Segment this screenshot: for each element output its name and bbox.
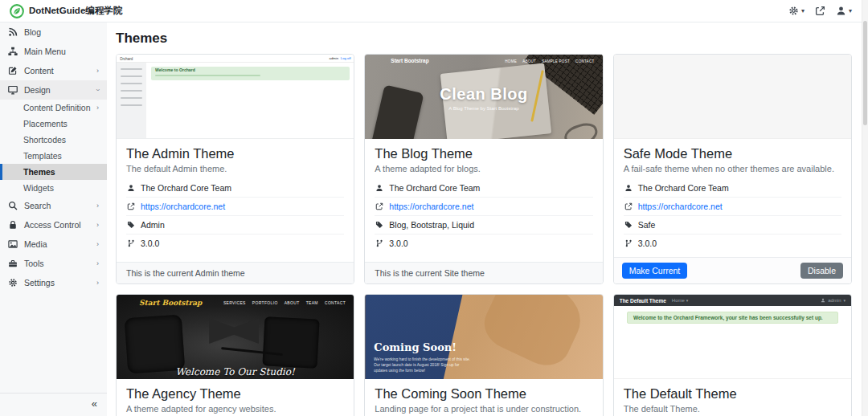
theme-url-link[interactable]: https://orchardcore.net: [638, 202, 723, 211]
caret-down-icon: ▾: [686, 298, 689, 303]
brand-name: DotNetGuide编程学院: [29, 5, 122, 17]
page-title: Themes: [116, 31, 852, 47]
admin-theme-preview: Orchard admin Log off Welcome to Orchard: [117, 55, 354, 139]
sidebar-item-content-definition[interactable]: Content Definition ›: [0, 100, 107, 116]
user-icon: [127, 184, 135, 192]
sidebar-item-tools[interactable]: Tools ›: [0, 254, 107, 273]
caret-down-icon: ▾: [801, 8, 805, 14]
theme-actions-footer: Make Current Disable: [614, 257, 851, 283]
page-scrollbar[interactable]: [862, 0, 868, 416]
theme-version-row: 3.0.0: [375, 234, 592, 252]
external-link-icon: [375, 202, 383, 210]
display-icon: [8, 85, 18, 95]
sidebar-item-media[interactable]: Media ›: [0, 235, 107, 254]
theme-description: A theme adapted for agency websites.: [126, 404, 344, 414]
gear-icon: [8, 278, 18, 288]
chevron-right-icon: ›: [96, 104, 99, 112]
leaf-logo-icon: [10, 4, 24, 18]
chevron-right-icon: ›: [96, 240, 99, 248]
image-icon: [8, 239, 18, 249]
theme-author-row: The Orchard Core Team: [624, 179, 841, 197]
theme-author-row: The Orchard Core Team: [126, 179, 344, 197]
lock-icon: [8, 220, 18, 230]
sidebar-item-access-control[interactable]: Access Control ›: [0, 215, 107, 235]
default-preview-alert: Welcome to the Orchard Framework, your s…: [627, 312, 838, 324]
brand[interactable]: DotNetGuide编程学院: [10, 4, 122, 18]
sidebar-item-themes[interactable]: Themes: [0, 164, 107, 180]
settings-dropdown-button[interactable]: ▾: [788, 6, 805, 16]
chevron-down-icon: ›: [94, 89, 102, 92]
coming-soon-theme-preview: Coming Soon! We're working hard to finis…: [365, 295, 602, 379]
blog-theme-preview: Start Bootstrap HOME ABOUT SAMPLE POST C…: [365, 55, 602, 139]
sidebar-item-blog[interactable]: Blog: [0, 22, 107, 42]
sidebar-item-search[interactable]: Search ›: [0, 196, 107, 215]
code-branch-icon: [375, 239, 383, 247]
theme-card-coming-soon: Coming Soon! We're working hard to finis…: [364, 294, 603, 416]
tags-icon: [375, 221, 383, 229]
code-branch-icon: [127, 239, 135, 247]
sidebar-item-settings[interactable]: Settings ›: [0, 273, 107, 292]
view-site-button[interactable]: [815, 6, 825, 16]
safe-mode-theme-preview: [614, 55, 851, 139]
user-dropdown-button[interactable]: ▾: [836, 6, 852, 16]
sidebar-item-widgets[interactable]: Widgets: [0, 180, 107, 196]
theme-title: The Default Theme: [624, 386, 841, 402]
agency-preview-heading: Welcome To Our Studio!: [117, 366, 354, 377]
tags-icon: [127, 221, 135, 229]
external-link-icon: [624, 202, 633, 210]
caret-down-icon: ▾: [843, 298, 845, 303]
search-icon: [8, 201, 18, 210]
chevron-right-icon: ›: [96, 221, 99, 229]
theme-card-safe-mode: Safe Mode Theme A fail-safe theme when n…: [613, 54, 852, 284]
chevron-right-icon: ›: [96, 259, 99, 267]
make-current-button[interactable]: Make Current: [622, 263, 688, 279]
theme-title: The Blog Theme: [375, 146, 592, 161]
theme-author-row: The Orchard Core Team: [375, 179, 592, 197]
coming-soon-preview-subtext: We're working hard to finish the develop…: [374, 357, 474, 374]
sidebar-item-templates[interactable]: Templates: [0, 148, 107, 164]
sidebar-item-placements[interactable]: Placements: [0, 116, 107, 132]
theme-tags-row: Safe: [624, 215, 841, 234]
chevron-right-icon: ›: [96, 202, 99, 210]
code-branch-icon: [624, 239, 633, 247]
agency-preview-notebook: [263, 317, 320, 369]
external-link-icon: [127, 202, 135, 210]
sidebar-item-design[interactable]: Design ›: [0, 80, 107, 100]
sidebar-collapse-button[interactable]: «: [0, 393, 107, 416]
agency-preview-nav: SERVICES PORTFOLIO ABOUT TEAM CONTACT: [223, 300, 346, 304]
user-icon: [836, 6, 846, 16]
blog-preview-glasses: [562, 120, 600, 139]
default-preview-navbar: The Default Theme Home ▾ admin ▾: [614, 295, 851, 306]
collapse-icon: «: [92, 398, 97, 410]
theme-url-row: https://orchardcore.net: [126, 197, 344, 215]
theme-title: The Coming Soon Theme: [375, 386, 592, 402]
admin-preview-sidebar: [117, 63, 146, 138]
theme-status-footer: This is the current Admin theme: [117, 262, 354, 283]
theme-url-link[interactable]: https://orchardcore.net: [141, 202, 225, 211]
theme-description: The default Admin theme.: [126, 164, 344, 173]
tags-icon: [624, 221, 633, 229]
theme-cards-grid: Orchard admin Log off Welcome to Orchard: [116, 54, 852, 416]
chevron-right-icon: ›: [96, 279, 99, 287]
theme-url-link[interactable]: https://orchardcore.net: [389, 202, 473, 211]
sidebar-item-content[interactable]: Content ›: [0, 61, 107, 80]
theme-description: Landing page for a project that is under…: [375, 404, 592, 414]
theme-title: Safe Mode Theme: [624, 146, 841, 161]
admin-preview-alert: Welcome to Orchard: [151, 67, 350, 80]
blog-preview-nav: HOME ABOUT SAMPLE POST CONTACT: [506, 59, 595, 63]
blog-preview-subheading: A Blog Theme by Start Bootstrap: [365, 106, 602, 111]
default-theme-preview: The Default Theme Home ▾ admin ▾ Welcome…: [614, 295, 851, 379]
blog-preview-heading: Clean Blog: [365, 85, 602, 104]
chevron-right-icon: ›: [96, 67, 99, 75]
sidebar-item-main-menu[interactable]: Main Menu: [0, 42, 107, 61]
scrollbar-thumb[interactable]: [863, 21, 867, 125]
external-link-icon: [815, 6, 825, 16]
coming-soon-preview-heading: Coming Soon!: [374, 341, 470, 353]
admin-preview-logoff: Log off: [341, 56, 351, 59]
agency-preview-wallet: [124, 315, 185, 374]
disable-button[interactable]: Disable: [800, 263, 843, 279]
pencil-square-icon: [8, 66, 18, 75]
theme-description: A fail-safe theme when no other themes a…: [624, 164, 841, 173]
sidebar-item-shortcodes[interactable]: Shortcodes: [0, 132, 107, 148]
agency-preview-brand: Start Bootstrap: [139, 299, 202, 307]
